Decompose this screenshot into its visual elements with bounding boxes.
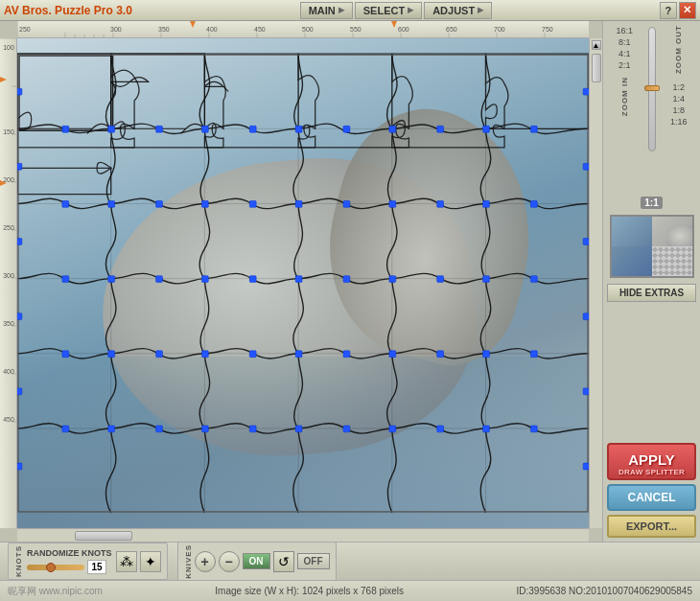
svg-rect-58	[18, 55, 588, 512]
knots-icon-btns: ⁂ ✦	[116, 551, 161, 572]
horizontal-scrollbar[interactable]	[17, 528, 589, 542]
svg-text:600: 600	[398, 26, 409, 33]
svg-rect-74	[108, 351, 115, 358]
main-arrow-icon: ▶	[338, 6, 344, 14]
svg-rect-92	[249, 201, 256, 208]
zoom-8-1[interactable]: 8:1	[617, 36, 633, 48]
svg-text:250: 250	[3, 224, 14, 231]
zoom-slider[interactable]	[648, 27, 656, 151]
randomize-value: 15	[87, 560, 106, 574]
zoom-1-4[interactable]: 1:4	[670, 93, 687, 104]
scatter1-button[interactable]: ⁂	[116, 551, 137, 572]
scatter2-button[interactable]: ✦	[140, 551, 161, 572]
svg-rect-102	[62, 351, 69, 358]
svg-rect-86	[249, 126, 256, 132]
svg-rect-72	[389, 276, 396, 283]
thumbnail-preview[interactable]	[610, 215, 694, 278]
svg-rect-95	[530, 201, 537, 208]
zoom-slider-thumb[interactable]	[644, 85, 660, 91]
titlebar: AV Bros. Puzzle Pro 3.0 MAIN ▶ SELECT ▶ …	[0, 0, 700, 21]
add-knives-button[interactable]: +	[195, 551, 216, 572]
main-menu-btn[interactable]: MAIN ▶	[300, 2, 353, 19]
help-button[interactable]: ?	[660, 2, 677, 19]
svg-rect-81	[295, 426, 302, 432]
rotate-button[interactable]: ↺	[273, 551, 294, 572]
knives-on-button[interactable]: ON	[243, 553, 270, 569]
remove-knives-button[interactable]: −	[219, 551, 240, 572]
bottom-toolbar: KNOTS RANDOMIZE KNOTS 15 ⁂ ✦ KNIVES + −	[0, 542, 700, 580]
puzzle-canvas[interactable]	[17, 38, 589, 528]
knives-off-button[interactable]: OFF	[297, 553, 330, 569]
zoom-2-1[interactable]: 2:1	[617, 59, 633, 71]
zoom-1-2[interactable]: 1:2	[670, 81, 687, 93]
id-text: ID:3995638 NO:20101007040629005845	[517, 586, 693, 596]
zoom-1-16[interactable]: 1:16	[668, 116, 689, 127]
scroll-thumb-v[interactable]	[592, 54, 601, 82]
svg-rect-107	[530, 351, 537, 358]
apply-label: APPLY	[613, 451, 690, 468]
slider-thumb[interactable]	[46, 563, 56, 572]
svg-text:150: 150	[3, 128, 14, 135]
svg-text:300: 300	[3, 272, 14, 279]
svg-rect-63	[483, 126, 490, 132]
svg-rect-87	[343, 126, 350, 132]
vertical-scrollbar[interactable]: ▲	[589, 38, 602, 528]
zoom-in-label: ZOOM IN	[620, 77, 629, 116]
knots-controls: RANDOMIZE KNOTS 15	[27, 548, 112, 574]
zoom-active-level[interactable]: 1:1	[641, 196, 662, 209]
svg-rect-94	[437, 201, 444, 208]
apply-button[interactable]: APPLY DRAW SPLITTER	[607, 443, 696, 480]
svg-rect-75	[201, 351, 208, 358]
svg-text:300: 300	[110, 26, 122, 33]
svg-text:400: 400	[3, 368, 14, 375]
svg-rect-88	[437, 126, 444, 132]
zoom-1-8[interactable]: 1:8	[670, 104, 687, 116]
zoom-16-1[interactable]: 16:1	[614, 25, 635, 36]
app-title: AV Bros. Puzzle Pro 3.0	[4, 4, 132, 17]
puzzle-overlay	[17, 38, 589, 528]
zoom-out-col: ZOOM OUT 1:2 1:4 1:8 1:16	[662, 25, 697, 193]
cancel-button[interactable]: CANCEL	[607, 484, 696, 511]
svg-text:500: 500	[302, 26, 314, 33]
svg-rect-66	[295, 201, 302, 208]
spacer	[607, 306, 696, 439]
app-version: 3.0	[116, 4, 132, 17]
export-button[interactable]: EXPORT...	[607, 515, 696, 538]
thumb-tl	[612, 217, 652, 246]
select-menu-btn[interactable]: SELECT ▶	[355, 2, 422, 19]
scroll-thumb-h[interactable]	[75, 531, 132, 541]
svg-marker-28	[391, 21, 397, 28]
svg-rect-65	[201, 201, 208, 208]
svg-rect-119	[17, 463, 22, 470]
zoom-in-col: 16:1 8:1 4:1 2:1 ZOOM IN	[607, 25, 642, 193]
svg-rect-112	[437, 426, 444, 432]
adjust-menu-btn[interactable]: ADJUST ▶	[424, 2, 492, 19]
knives-controls: + − ON ↺ OFF	[195, 551, 330, 572]
select-arrow-icon: ▶	[408, 6, 413, 14]
svg-rect-104	[249, 351, 256, 358]
close-button[interactable]: ✕	[679, 2, 696, 19]
hide-extras-button[interactable]: HIDE EXTRAS	[607, 284, 696, 302]
svg-marker-46	[0, 77, 7, 82]
scroll-up-btn[interactable]: ▲	[592, 40, 601, 50]
svg-rect-64	[108, 201, 115, 208]
thumb-br	[652, 246, 692, 276]
svg-rect-60	[201, 126, 208, 132]
svg-rect-110	[249, 426, 256, 432]
svg-rect-96	[62, 276, 69, 283]
status-bar: 昵享网 www.nipic.com Image size (W x H): 10…	[0, 580, 700, 601]
svg-rect-76	[295, 351, 302, 358]
zoom-4-1[interactable]: 4:1	[617, 48, 633, 59]
nav-menu: MAIN ▶ SELECT ▶ ADJUST ▶	[300, 2, 493, 19]
knives-section: KNIVES + − ON ↺ OFF	[177, 542, 337, 582]
svg-text:350: 350	[158, 26, 170, 33]
svg-rect-115	[17, 163, 22, 170]
svg-rect-113	[530, 426, 537, 432]
svg-rect-89	[530, 126, 537, 132]
knots-label: KNOTS	[14, 545, 23, 577]
zoom-slider-col	[645, 25, 659, 193]
canvas-container: 250 300 350 400 450 500	[0, 21, 602, 542]
svg-rect-101	[530, 276, 537, 283]
randomize-knots-slider[interactable]	[27, 565, 84, 570]
svg-rect-111	[343, 426, 350, 432]
